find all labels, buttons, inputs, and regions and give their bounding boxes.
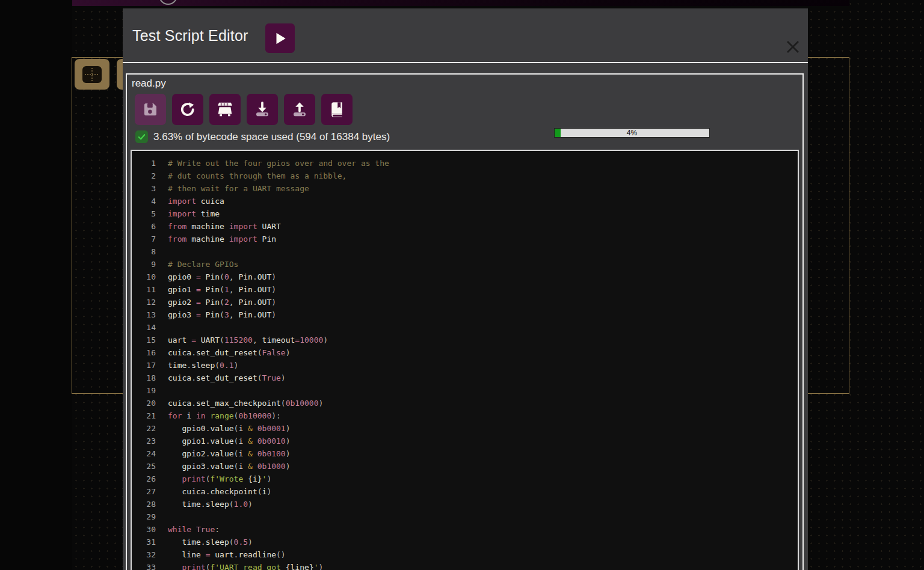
modal-title: Test Script Editor: [132, 8, 248, 63]
save-button[interactable]: [135, 94, 166, 125]
line-number: 22: [132, 422, 156, 435]
code-line[interactable]: 8: [132, 245, 798, 258]
grid-view-button[interactable]: [75, 59, 109, 90]
run-script-button[interactable]: [265, 23, 295, 53]
code-line[interactable]: 10gpio0 = Pin(0, Pin.OUT): [132, 271, 798, 283]
line-content: gpio0.value(i & 0b0001): [156, 422, 291, 435]
editor-panel: read.py: [126, 73, 804, 570]
line-number: 23: [132, 435, 156, 447]
line-number: 18: [132, 372, 156, 384]
code-line[interactable]: 5import time: [132, 207, 798, 220]
upload-button[interactable]: [284, 94, 315, 125]
reload-button[interactable]: [172, 94, 203, 125]
code-line[interactable]: 4import cuica: [132, 195, 798, 207]
line-content: gpio2.value(i & 0b0100): [156, 447, 291, 460]
filename-label: read.py: [132, 78, 166, 90]
code-line[interactable]: 15uart = UART(115200, timeout=10000): [132, 334, 798, 346]
code-editor[interactable]: 1# Write out the four gpios over and ove…: [131, 150, 799, 570]
store-button[interactable]: [209, 94, 241, 125]
line-content: time.sleep(1.0): [156, 498, 253, 510]
line-number: 26: [132, 473, 156, 485]
save-icon: [141, 100, 159, 118]
line-content: gpio2 = Pin(2, Pin.OUT): [156, 296, 276, 308]
code-line[interactable]: 17time.sleep(0.1): [132, 359, 798, 372]
line-content: time.sleep(0.1): [156, 359, 238, 372]
line-number: 5: [132, 207, 156, 220]
line-content: # Declare GPIOs: [156, 258, 238, 271]
close-icon: [784, 38, 801, 55]
line-content: import cuica: [156, 195, 224, 207]
code-line[interactable]: 19: [132, 384, 798, 397]
line-content: uart = UART(115200, timeout=10000): [156, 334, 328, 346]
line-content: gpio0 = Pin(0, Pin.OUT): [156, 271, 276, 283]
code-line[interactable]: 25 gpio3.value(i & 0b1000): [132, 460, 798, 473]
line-number: 15: [132, 334, 156, 346]
code-line[interactable]: 11gpio1 = Pin(1, Pin.OUT): [132, 283, 798, 296]
line-number: 3: [132, 182, 156, 195]
code-line[interactable]: 6from machine import UART: [132, 220, 798, 233]
line-content: line = uart.readline(): [156, 548, 286, 561]
book-icon: [328, 100, 346, 118]
code-line[interactable]: 32 line = uart.readline(): [132, 548, 798, 561]
code-line[interactable]: 26 print(f'Wrote {i}'): [132, 473, 798, 485]
line-number: 25: [132, 460, 156, 473]
code-line[interactable]: 30while True:: [132, 523, 798, 536]
download-button[interactable]: [247, 94, 278, 125]
code-line[interactable]: 12gpio2 = Pin(2, Pin.OUT): [132, 296, 798, 308]
code-line[interactable]: 24 gpio2.value(i & 0b0100): [132, 447, 798, 460]
line-number: 29: [132, 510, 156, 523]
check-icon: [135, 130, 148, 143]
line-number: 19: [132, 384, 156, 397]
code-line[interactable]: 14: [132, 321, 798, 334]
code-line[interactable]: 23 gpio1.value(i & 0b0010): [132, 435, 798, 447]
line-number: 10: [132, 271, 156, 283]
line-number: 2: [132, 170, 156, 182]
code-line[interactable]: 1# Write out the four gpios over and ove…: [132, 157, 798, 170]
code-line[interactable]: 22 gpio0.value(i & 0b0001): [132, 422, 798, 435]
library-button[interactable]: [321, 94, 353, 125]
play-icon: [273, 31, 288, 46]
line-content: for i in range(0b10000):: [156, 409, 281, 422]
line-content: cuica.checkpoint(i): [156, 485, 271, 498]
line-content: cuica.set_max_checkpoint(0b10000): [156, 397, 323, 409]
line-content: cuica.set_dut_reset(False): [156, 346, 291, 359]
code-line[interactable]: 21for i in range(0b10000):: [132, 409, 798, 422]
line-content: # dut counts through them as a nibble,: [156, 170, 346, 182]
line-content: # then wait for a UART message: [156, 182, 309, 195]
line-number: 24: [132, 447, 156, 460]
code-line[interactable]: 7from machine import Pin: [132, 233, 798, 245]
line-number: 16: [132, 346, 156, 359]
line-number: 8: [132, 245, 156, 258]
line-number: 27: [132, 485, 156, 498]
line-content: from machine import UART: [156, 220, 281, 233]
code-line[interactable]: 3# then wait for a UART message: [132, 182, 798, 195]
line-number: 33: [132, 561, 156, 570]
code-line[interactable]: 27 cuica.checkpoint(i): [132, 485, 798, 498]
code-line[interactable]: 20cuica.set_max_checkpoint(0b10000): [132, 397, 798, 409]
line-number: 9: [132, 258, 156, 271]
line-content: gpio1 = Pin(1, Pin.OUT): [156, 283, 276, 296]
code-line[interactable]: 28 time.sleep(1.0): [132, 498, 798, 510]
progress-label: 4%: [555, 129, 709, 137]
code-line[interactable]: 31 time.sleep(0.5): [132, 536, 798, 548]
line-content: [156, 384, 168, 397]
code-line[interactable]: 9# Declare GPIOs: [132, 258, 798, 271]
line-number: 13: [132, 308, 156, 321]
code-line[interactable]: 33 print(f'UART read got {line}'): [132, 561, 798, 570]
line-number: 28: [132, 498, 156, 510]
line-number: 4: [132, 195, 156, 207]
redo-icon: [179, 100, 197, 118]
line-number: 11: [132, 283, 156, 296]
line-content: from machine import Pin: [156, 233, 276, 245]
code-line[interactable]: 13gpio3 = Pin(3, Pin.OUT): [132, 308, 798, 321]
code-line[interactable]: 2# dut counts through them as a nibble,: [132, 170, 798, 182]
logo-circle: [159, 0, 177, 5]
code-line[interactable]: 16cuica.set_dut_reset(False): [132, 346, 798, 359]
code-line[interactable]: 18cuica.set_dut_reset(True): [132, 372, 798, 384]
modal-header: Test Script Editor: [123, 8, 808, 63]
code-line[interactable]: 29: [132, 510, 798, 523]
line-content: while True:: [156, 523, 220, 536]
close-button[interactable]: [784, 38, 801, 55]
download-icon: [253, 100, 271, 118]
line-content: print(f'Wrote {i}'): [156, 473, 271, 485]
